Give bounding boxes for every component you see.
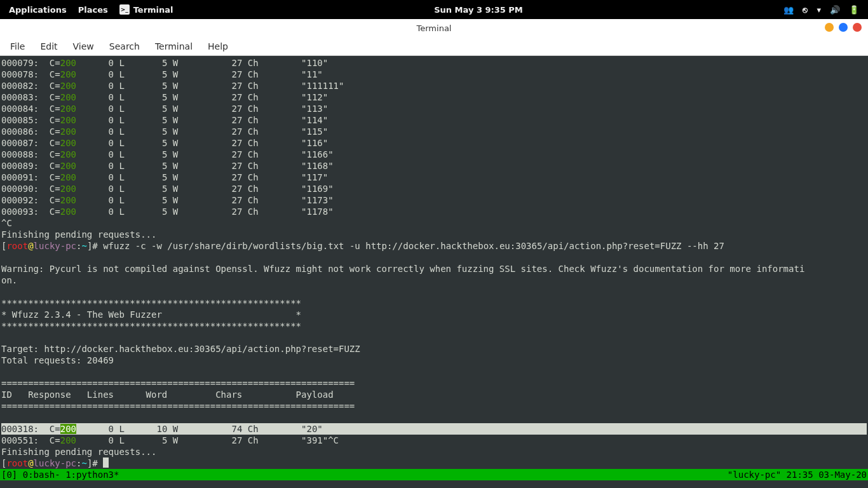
volume-icon[interactable]: 🔊 <box>830 5 840 15</box>
terminal-icon: >_ <box>119 4 130 15</box>
clock[interactable]: Sun May 3 9:35 PM <box>173 5 784 15</box>
places-menu[interactable]: Places <box>78 5 108 15</box>
tmux-statusbar: [0] 0:bash- 1:python3* "lucky-pc" 21:35 … <box>0 469 868 480</box>
menu-terminal[interactable]: Terminal <box>149 39 199 54</box>
terminal-menubar: File Edit View Search Terminal Help <box>0 37 868 56</box>
menu-help[interactable]: Help <box>201 39 234 54</box>
active-app-indicator[interactable]: >_ Terminal <box>119 4 173 15</box>
menu-file[interactable]: File <box>4 39 31 54</box>
active-app-label: Terminal <box>133 5 173 15</box>
battery-icon[interactable]: 🔋 <box>849 5 859 15</box>
gnome-topbar: Applications Places >_ Terminal Sun May … <box>0 0 868 19</box>
menu-search[interactable]: Search <box>103 39 146 54</box>
window-titlebar: Terminal <box>0 19 868 37</box>
menu-view[interactable]: View <box>67 39 100 54</box>
accessibility-icon[interactable]: ⎋ <box>803 5 808 15</box>
menu-edit[interactable]: Edit <box>34 39 64 54</box>
network-icon[interactable]: ▾ <box>817 5 821 15</box>
terminal-output[interactable]: 000079: C=200 0 L 5 W 27 Ch "110" 000078… <box>0 56 868 469</box>
users-icon[interactable]: 👥 <box>783 5 794 15</box>
tmux-right: "lucky-pc" 21:35 03-May-20 <box>728 470 867 480</box>
applications-menu[interactable]: Applications <box>9 5 67 15</box>
minimize-button[interactable] <box>825 23 834 32</box>
tmux-left: [0] 0:bash- 1:python3* <box>1 470 728 480</box>
window-title: Terminal <box>0 24 868 33</box>
close-button[interactable] <box>853 23 862 32</box>
maximize-button[interactable] <box>839 23 848 32</box>
